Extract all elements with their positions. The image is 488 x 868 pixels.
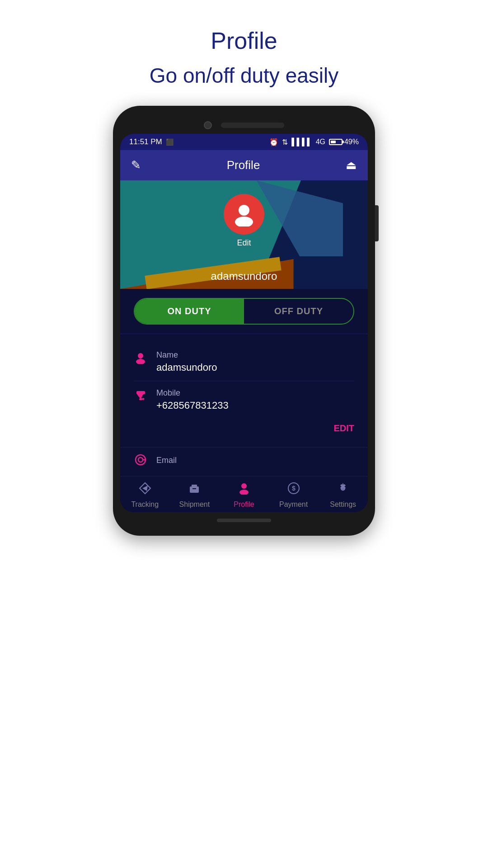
status-time: 11:51 PM ⬛ bbox=[129, 137, 174, 146]
nav-item-settings[interactable]: Settings bbox=[325, 482, 361, 509]
status-bar: 11:51 PM ⬛ ⏰ ⇅ ▌▌▌▌ 4G 49% bbox=[120, 134, 368, 150]
battery-fill bbox=[331, 141, 336, 143]
off-duty-button[interactable]: OFF DUTY bbox=[244, 299, 353, 324]
payment-icon: $ bbox=[287, 482, 300, 498]
edit-icon[interactable]: ✎ bbox=[131, 158, 141, 172]
network-label: 4G bbox=[316, 138, 325, 146]
svg-text:$: $ bbox=[292, 485, 296, 492]
shipment-label: Shipment bbox=[179, 500, 210, 509]
profile-avatar[interactable] bbox=[224, 194, 264, 235]
svg-point-3 bbox=[136, 359, 145, 364]
svg-rect-8 bbox=[190, 486, 199, 493]
phone-speaker bbox=[221, 123, 284, 128]
page-subtitle: Go on/off duty easily bbox=[150, 63, 339, 88]
svg-point-5 bbox=[138, 458, 143, 462]
duty-section: ON DUTY OFF DUTY bbox=[120, 289, 368, 334]
signal-icon: ▌▌▌▌ bbox=[291, 138, 312, 146]
alarm-icon: ⏰ bbox=[269, 138, 278, 146]
nav-item-profile[interactable]: Profile bbox=[226, 482, 262, 509]
page-title: Profile bbox=[211, 27, 277, 54]
svg-point-0 bbox=[239, 205, 249, 216]
profile-nav-label: Profile bbox=[234, 500, 254, 509]
svg-point-12 bbox=[239, 490, 249, 495]
nav-item-tracking[interactable]: Tracking bbox=[127, 482, 163, 509]
phone-camera bbox=[204, 121, 212, 129]
header-title: Profile bbox=[227, 158, 260, 172]
edit-link[interactable]: EDIT bbox=[134, 419, 354, 438]
email-label: Email bbox=[156, 456, 354, 465]
phone-side-button bbox=[375, 205, 379, 241]
svg-point-1 bbox=[235, 217, 253, 226]
transfer-icon: ⇅ bbox=[282, 138, 288, 146]
email-partial-row: Email bbox=[120, 448, 368, 476]
on-duty-button[interactable]: ON DUTY bbox=[135, 299, 244, 324]
mobile-content: Mobile +628567831233 bbox=[156, 388, 354, 411]
tracking-label: Tracking bbox=[131, 500, 159, 509]
status-icons: ⏰ ⇅ ▌▌▌▌ 4G 49% bbox=[269, 138, 359, 146]
phone-icon bbox=[134, 390, 147, 405]
phone-bottom bbox=[120, 519, 368, 522]
name-label: Name bbox=[156, 350, 354, 360]
mobile-label: Mobile bbox=[156, 388, 354, 398]
profile-username: adamsundoro bbox=[120, 270, 368, 283]
settings-icon bbox=[337, 482, 349, 498]
payment-label: Payment bbox=[279, 500, 308, 509]
person-icon bbox=[134, 352, 147, 367]
phone-top-bar bbox=[120, 115, 368, 134]
battery-box bbox=[329, 139, 343, 145]
tracking-icon bbox=[139, 482, 151, 498]
svg-marker-7 bbox=[142, 486, 148, 491]
phone-home-bar bbox=[217, 519, 271, 522]
profile-avatar-container: Edit bbox=[224, 194, 264, 248]
svg-point-2 bbox=[138, 353, 143, 359]
svg-point-11 bbox=[241, 483, 247, 489]
profile-icon bbox=[238, 482, 250, 498]
email-content: Email bbox=[156, 456, 354, 465]
nav-item-shipment[interactable]: Shipment bbox=[176, 482, 212, 509]
profile-banner: Edit adamsundoro bbox=[120, 180, 368, 289]
profile-edit-label[interactable]: Edit bbox=[237, 238, 251, 248]
nav-item-payment[interactable]: $ Payment bbox=[276, 482, 312, 509]
bottom-nav: Tracking Shipment bbox=[120, 476, 368, 512]
profile-info: Name adamsundoro Mobile +628567831233 ED bbox=[120, 334, 368, 447]
name-value: adamsundoro bbox=[156, 362, 354, 373]
battery-indicator: 49% bbox=[329, 138, 359, 146]
screenshot-icon: ⬛ bbox=[166, 138, 174, 146]
name-row: Name adamsundoro bbox=[134, 343, 354, 381]
svg-rect-9 bbox=[192, 485, 197, 487]
app-header: ✎ Profile ⏏ bbox=[120, 150, 368, 180]
settings-label: Settings bbox=[330, 500, 356, 509]
phone-screen: 11:51 PM ⬛ ⏰ ⇅ ▌▌▌▌ 4G 49% ✎ Profile ⏏ bbox=[120, 134, 368, 512]
svg-rect-10 bbox=[192, 488, 196, 489]
logout-icon[interactable]: ⏏ bbox=[346, 158, 357, 172]
phone-device: 11:51 PM ⬛ ⏰ ⇅ ▌▌▌▌ 4G 49% ✎ Profile ⏏ bbox=[113, 106, 375, 536]
duty-toggle: ON DUTY OFF DUTY bbox=[134, 298, 354, 325]
mobile-row: Mobile +628567831233 bbox=[134, 381, 354, 419]
battery-percent: 49% bbox=[344, 138, 359, 146]
name-content: Name adamsundoro bbox=[156, 350, 354, 373]
mobile-value: +628567831233 bbox=[156, 400, 354, 411]
shipment-icon bbox=[188, 482, 201, 498]
email-icon bbox=[134, 454, 147, 469]
